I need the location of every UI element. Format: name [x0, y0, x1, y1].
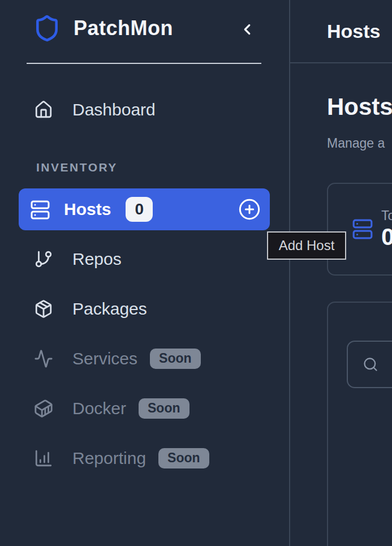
search-input[interactable] [347, 341, 392, 388]
stat-value: 0 [381, 224, 392, 250]
brand: PatchMon [33, 12, 266, 44]
sidebar-section-inventory: INVENTORY [36, 161, 118, 174]
git-branch-icon [34, 250, 53, 269]
soon-badge: Soon [158, 448, 209, 468]
main-content: Hosts Hosts Manage a To 0 [290, 0, 392, 546]
container-icon [34, 399, 53, 418]
circle-plus-icon [238, 198, 261, 221]
activity-icon [34, 349, 53, 368]
app-title: PatchMon [74, 16, 173, 40]
hosts-list-card [327, 302, 392, 546]
sidebar-item-packages[interactable]: Packages [19, 295, 270, 323]
sidebar-item-repos[interactable]: Repos [19, 246, 270, 273]
add-host-button[interactable] [238, 198, 261, 221]
sidebar: PatchMon Dashboard INVENTORY [0, 0, 290, 546]
sidebar-item-label: Repos [72, 250, 122, 269]
topbar: Hosts [290, 0, 392, 63]
sidebar-item-services: Services Soon [19, 345, 270, 372]
sidebar-item-label: Dashboard [72, 100, 156, 119]
server-icon [352, 218, 373, 240]
brand-divider [27, 63, 261, 64]
server-icon [30, 200, 49, 219]
hosts-count-badge: 0 [126, 197, 153, 222]
total-hosts-card: To 0 [327, 183, 392, 276]
sidebar-item-label: Docker [72, 399, 126, 418]
shield-icon [33, 14, 61, 42]
chart-column-icon [34, 449, 53, 468]
chevron-left-icon [239, 21, 256, 38]
page-title: Hosts [327, 93, 392, 121]
sidebar-item-label: Hosts [64, 200, 111, 219]
page-subtitle: Manage a [327, 136, 392, 151]
sidebar-item-dashboard[interactable]: Dashboard [19, 96, 270, 123]
stat-label: To [381, 208, 392, 224]
add-host-tooltip: Add Host [267, 231, 346, 260]
package-icon [34, 299, 53, 319]
sidebar-collapse-button[interactable] [235, 18, 260, 41]
soon-badge: Soon [150, 349, 201, 369]
sidebar-item-label: Services [72, 349, 137, 368]
house-icon [34, 100, 53, 119]
sidebar-item-docker: Docker Soon [19, 395, 270, 422]
topbar-title: Hosts [327, 20, 380, 42]
soon-badge: Soon [139, 398, 189, 419]
sidebar-item-label: Packages [72, 299, 147, 319]
sidebar-item-hosts[interactable]: Hosts 0 [19, 188, 270, 230]
sidebar-item-reporting: Reporting Soon [19, 445, 270, 472]
search-icon [363, 356, 378, 372]
sidebar-item-label: Reporting [72, 449, 146, 468]
